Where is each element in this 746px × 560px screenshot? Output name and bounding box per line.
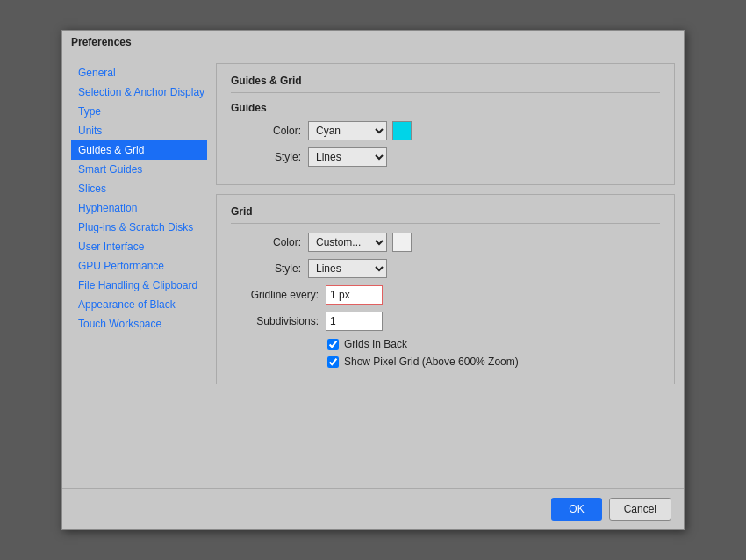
cancel-button[interactable]: Cancel: [609, 498, 671, 521]
grids-in-back-row: Grids In Back: [327, 338, 660, 350]
guides-style-label: Style:: [231, 151, 301, 163]
guides-color-swatch: [392, 121, 412, 140]
guides-grid-section: Guides & Grid Guides Color: Cyan Light B…: [216, 63, 675, 185]
grid-section: Grid Color: Custom... Cyan Style: Lines …: [216, 194, 675, 384]
sidebar-item-appearance-of-black[interactable]: Appearance of Black: [71, 295, 207, 314]
dialog-title: Preferences: [62, 31, 684, 54]
guides-color-row: Color: Cyan Light Blue Custom...: [231, 121, 660, 140]
grids-in-back-label[interactable]: Grids In Back: [344, 338, 407, 350]
sidebar-item-user-interface[interactable]: User Interface: [71, 237, 207, 256]
gridline-input[interactable]: [326, 285, 383, 305]
guides-grid-title: Guides & Grid: [231, 75, 660, 93]
sidebar-item-type[interactable]: Type: [71, 102, 207, 121]
main-content: Guides & Grid Guides Color: Cyan Light B…: [216, 63, 675, 479]
sidebar-item-slices[interactable]: Slices: [71, 179, 207, 198]
sidebar-item-gpu-performance[interactable]: GPU Performance: [71, 256, 207, 276]
sidebar-item-general[interactable]: General: [71, 63, 207, 83]
sidebar-item-smart-guides[interactable]: Smart Guides: [71, 160, 207, 179]
grid-title: Grid: [231, 205, 660, 224]
subdivisions-label: Subdivisions:: [231, 315, 319, 327]
sidebar-item-touch-workspace[interactable]: Touch Workspace: [71, 314, 207, 334]
sidebar: GeneralSelection & Anchor DisplayTypeUni…: [71, 63, 207, 479]
grid-style-select[interactable]: Lines Dashed Dots: [308, 259, 387, 278]
sidebar-item-units[interactable]: Units: [71, 121, 207, 140]
subdivisions-input[interactable]: [326, 312, 383, 331]
sidebar-item-guides-grid[interactable]: Guides & Grid: [71, 140, 207, 160]
guides-subsection-label: Guides: [231, 102, 660, 114]
guides-color-label: Color:: [231, 125, 301, 137]
show-pixel-grid-label[interactable]: Show Pixel Grid (Above 600% Zoom): [344, 355, 519, 368]
subdivisions-row: Subdivisions:: [231, 312, 660, 331]
guides-style-row: Style: Lines Dashed: [231, 147, 660, 167]
ok-button[interactable]: OK: [551, 498, 601, 521]
sidebar-item-selection-anchor-display[interactable]: Selection & Anchor Display: [71, 83, 207, 102]
dialog-footer: OK Cancel: [62, 488, 684, 529]
show-pixel-grid-row: Show Pixel Grid (Above 600% Zoom): [327, 355, 660, 368]
grid-color-row: Color: Custom... Cyan: [231, 233, 660, 252]
preferences-dialog: Preferences GeneralSelection & Anchor Di…: [61, 30, 685, 530]
sidebar-item-file-handling-clipboard[interactable]: File Handling & Clipboard: [71, 276, 207, 295]
gridline-row: Gridline every:: [231, 285, 660, 305]
show-pixel-grid-checkbox[interactable]: [327, 356, 339, 368]
grid-color-swatch: [392, 233, 412, 252]
grid-style-label: Style:: [231, 262, 301, 275]
grids-in-back-checkbox[interactable]: [327, 339, 339, 350]
sidebar-item-plugins-scratch-disks[interactable]: Plug-ins & Scratch Disks: [71, 218, 207, 237]
grid-style-row: Style: Lines Dashed Dots: [231, 259, 660, 278]
guides-color-select[interactable]: Cyan Light Blue Custom...: [308, 121, 387, 140]
grid-color-select[interactable]: Custom... Cyan: [308, 233, 387, 252]
guides-style-select[interactable]: Lines Dashed: [308, 147, 387, 167]
grid-color-label: Color:: [231, 236, 301, 248]
sidebar-item-hyphenation[interactable]: Hyphenation: [71, 198, 207, 218]
gridline-label: Gridline every:: [231, 289, 319, 301]
